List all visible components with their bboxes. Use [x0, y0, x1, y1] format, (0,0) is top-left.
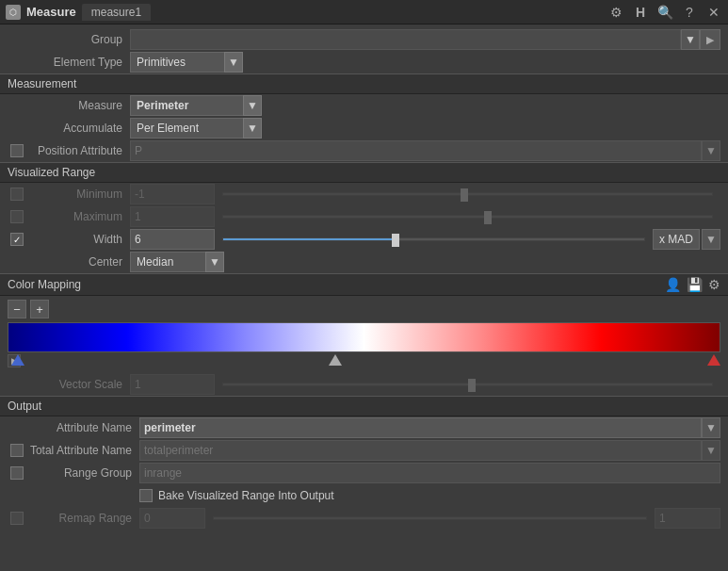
minimum-slider-track	[222, 192, 713, 196]
maximum-row: Maximum	[0, 205, 728, 228]
position-attr-input-wrap: ▼	[130, 140, 720, 161]
color-bar-minus-btn[interactable]: −	[8, 300, 26, 318]
color-bar-section: − + ▶	[0, 296, 728, 373]
element-type-label: Element Type	[8, 56, 130, 69]
center-select-wrap: Median ▼	[130, 252, 224, 272]
color-marker-blue[interactable]	[8, 354, 24, 366]
color-gradient	[8, 322, 720, 352]
group-input[interactable]	[130, 29, 681, 50]
title-bar-right: ⚙ H 🔍 ? ✕	[607, 4, 722, 21]
output-section-header: Output	[0, 396, 728, 416]
maximum-slider-thumb[interactable]	[484, 211, 492, 224]
minimum-checkbox-wrap[interactable]	[8, 188, 26, 201]
vector-scale-input[interactable]	[130, 374, 215, 395]
center-select[interactable]: Median	[130, 252, 224, 272]
maximum-input[interactable]	[130, 206, 215, 227]
element-type-select-wrap: Primitives ▼	[130, 52, 243, 73]
remap-range-row: Remap Range	[0, 507, 728, 530]
width-label: Width	[26, 233, 130, 246]
bake-cb[interactable]	[139, 489, 153, 502]
remap-range-checkbox-wrap[interactable]	[8, 512, 26, 525]
width-checkbox-wrap[interactable]	[8, 233, 26, 246]
total-attr-cb[interactable]	[10, 444, 24, 457]
position-attr-checkbox[interactable]	[8, 144, 26, 157]
color-mapping-header: Color Mapping 👤 💾 ⚙	[0, 273, 728, 296]
vector-scale-row: Vector Scale	[0, 373, 728, 396]
element-type-select[interactable]: Primitives	[130, 52, 243, 73]
attribute-name-row: Attribute Name ▼	[0, 416, 728, 439]
color-markers: ▶	[8, 354, 720, 369]
width-cb[interactable]	[10, 233, 24, 246]
center-row: Center Median ▼	[0, 251, 728, 273]
maximum-cb[interactable]	[10, 210, 24, 223]
minimum-cb[interactable]	[10, 188, 24, 201]
range-group-cb[interactable]	[10, 466, 24, 480]
help-icon[interactable]: ?	[681, 4, 698, 21]
minimum-slider-thumb[interactable]	[461, 188, 468, 202]
measure-select[interactable]: Perimeter	[130, 95, 262, 116]
accumulate-select[interactable]: Per Element	[130, 118, 262, 139]
attribute-name-input[interactable]	[139, 417, 702, 438]
range-group-input[interactable]	[139, 463, 720, 483]
color-mapping-icon1[interactable]: 👤	[665, 277, 681, 292]
color-bar-wrap: ▶	[8, 322, 720, 369]
remap-range-input2[interactable]	[655, 508, 720, 529]
group-label: Group	[8, 33, 130, 46]
remap-range-slider	[213, 516, 647, 520]
title-tab[interactable]: measure1	[82, 4, 151, 21]
range-group-label: Range Group	[26, 466, 139, 480]
minimum-label: Minimum	[26, 188, 130, 201]
color-bar-plus-btn[interactable]: +	[30, 300, 49, 318]
color-marker-red[interactable]	[714, 354, 720, 366]
xmad-dropdown[interactable]: ▼	[702, 229, 720, 250]
color-mapping-settings-icon[interactable]: ⚙	[708, 277, 720, 292]
remap-range-input1[interactable]	[139, 508, 205, 529]
color-bar-controls: − +	[8, 300, 720, 318]
app-icon: ⬡	[6, 5, 21, 20]
attribute-name-label: Attribute Name	[26, 421, 139, 434]
total-attr-input[interactable]	[139, 440, 702, 461]
group-row: Group ▼ ▶	[0, 28, 728, 51]
width-slider-track	[222, 237, 645, 241]
close-icon[interactable]: ✕	[705, 4, 722, 21]
gear-icon[interactable]: ⚙	[607, 4, 624, 21]
total-attr-name-row: Total Attribute Name ▼	[0, 439, 728, 462]
attribute-name-dropdown[interactable]: ▼	[702, 417, 720, 438]
width-input[interactable]	[130, 229, 215, 250]
measure-row: Measure Perimeter ▼	[0, 94, 728, 117]
position-attr-label: Position Attribute	[26, 144, 130, 157]
maximum-label: Maximum	[26, 210, 130, 223]
group-dropdown-arrow[interactable]: ▼	[681, 29, 700, 50]
position-attr-row: Position Attribute ▼	[0, 139, 728, 162]
total-attr-label: Total Attribute Name	[26, 444, 139, 457]
group-arrow-right[interactable]: ▶	[700, 29, 720, 50]
color-marker-gray[interactable]	[329, 354, 342, 366]
color-mapping-icon2[interactable]: 💾	[687, 277, 703, 292]
xmad-button[interactable]: x MAD	[653, 229, 700, 250]
search-icon[interactable]: 🔍	[656, 4, 673, 21]
color-mapping-buttons: 👤 💾 ⚙	[665, 277, 720, 292]
total-attr-dropdown[interactable]: ▼	[702, 440, 720, 461]
maximum-checkbox-wrap[interactable]	[8, 210, 26, 223]
measurement-section-header: Measurement	[0, 73, 728, 94]
position-attr-dropdown[interactable]: ▼	[702, 140, 720, 161]
width-row: Width x MAD ▼	[0, 228, 728, 251]
measure-select-wrap: Perimeter ▼	[130, 95, 262, 116]
remap-range-cb[interactable]	[10, 512, 24, 525]
position-attr-cb[interactable]	[10, 144, 24, 157]
element-type-row: Element Type Primitives ▼	[0, 51, 728, 73]
range-group-row: Range Group	[0, 462, 728, 484]
vector-scale-thumb[interactable]	[468, 379, 476, 392]
minimum-input[interactable]	[130, 184, 215, 204]
width-slider-thumb[interactable]	[392, 234, 399, 247]
remap-range-label: Remap Range	[26, 512, 139, 525]
total-attr-checkbox-wrap[interactable]	[8, 444, 26, 457]
vector-scale-slider	[222, 383, 713, 386]
total-attr-input-wrap: ▼	[139, 440, 720, 461]
position-attr-input[interactable]	[130, 140, 702, 161]
attribute-name-input-wrap: ▼	[139, 417, 720, 438]
bake-range-row: Bake Visualized Range Into Output	[0, 484, 728, 507]
h-button[interactable]: H	[632, 4, 649, 21]
accumulate-select-wrap: Per Element ▼	[130, 118, 262, 139]
range-group-checkbox-wrap[interactable]	[8, 466, 26, 480]
